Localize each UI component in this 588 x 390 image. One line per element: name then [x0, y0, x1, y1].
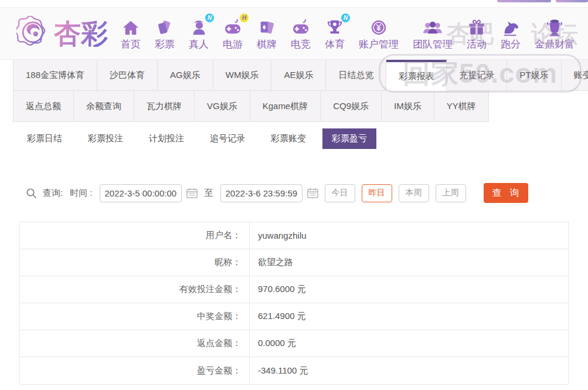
tab-yy-games[interactable]: YY棋牌 — [434, 91, 489, 122]
query-bar: 查询: 时间 : 至 今日 昨日 本周 上周 查 询 — [26, 183, 588, 203]
tab-account-change-report[interactable]: 账变报表 — [562, 60, 588, 91]
tab-wali-games[interactable]: 瓦力棋牌 — [134, 91, 195, 122]
coin-yuan-icon — [370, 16, 388, 36]
top-decor-bar — [556, 0, 588, 2]
top-strip — [0, 0, 588, 8]
nav-item-paofen[interactable]: 跑分 — [501, 16, 521, 51]
nav-item-lottery[interactable]: 彩票 — [155, 16, 175, 51]
subtab-lottery-profit-loss[interactable]: 彩票盈亏 — [322, 128, 376, 149]
row-label: 盈亏金额： — [20, 357, 250, 384]
row-label: 中奖金额： — [20, 303, 250, 330]
gift-icon — [468, 16, 485, 36]
nav-item-sports[interactable]: N 体育 — [325, 16, 345, 51]
start-datetime-input[interactable] — [100, 184, 182, 202]
site-logo[interactable]: 杏彩 — [16, 16, 108, 51]
subtab-plan-bets[interactable]: 计划投注 — [140, 128, 193, 149]
tab-row-1: 188金宝博体育 沙巴体育 AG娱乐 WM娱乐 AE娱乐 日结总览 彩票报表 充… — [0, 60, 588, 91]
calendar-icon[interactable] — [307, 188, 318, 198]
nav-item-slots[interactable]: H 电游 — [223, 16, 243, 51]
tab-ae[interactable]: AE娱乐 — [271, 60, 326, 91]
row-label: 昵称： — [20, 249, 250, 276]
subtab-lottery-daily[interactable]: 彩票日结 — [18, 128, 72, 149]
live-person-icon: N — [190, 16, 208, 36]
nav-item-home[interactable]: 首页 — [121, 16, 141, 51]
tab-row-2: 返点总额 余额查询 瓦力棋牌 VG娱乐 Kgame棋牌 CQ9娱乐 IM娱乐 Y… — [0, 91, 588, 122]
table-row-profit-loss-amount: 盈亏金额： -349.1100 元 — [20, 357, 568, 384]
row-value: 970.6000 元 — [250, 276, 568, 303]
tab-kgame[interactable]: Kgame棋牌 — [250, 91, 321, 122]
nav-item-account-management[interactable]: 账户管理 — [359, 16, 399, 51]
header: 杏彩 首页 彩票 N 真人 H 电游 — [0, 8, 588, 59]
quick-today-button[interactable]: 今日 — [325, 184, 355, 202]
tab-shaba-sports[interactable]: 沙巴体育 — [97, 60, 158, 91]
tab-ag[interactable]: AG娱乐 — [158, 60, 213, 91]
table-row-rebate-amount: 返点金额： 0.0000 元 — [20, 330, 568, 357]
query-label: 查询: — [43, 188, 63, 199]
tab-188jbb-sports[interactable]: 188金宝博体育 — [13, 60, 97, 91]
tab-pt[interactable]: PT娱乐 — [507, 60, 561, 91]
esports-gamepad-icon — [291, 16, 310, 36]
end-datetime-input[interactable] — [220, 184, 303, 202]
tab-im[interactable]: IM娱乐 — [382, 91, 434, 122]
new-badge: N — [341, 13, 350, 22]
wealth-cup-icon — [546, 16, 563, 36]
nav-item-team-management[interactable]: 团队管理 — [413, 16, 453, 51]
row-label: 用户名： — [20, 222, 250, 249]
row-value: 欲望之路 — [250, 249, 568, 276]
calendar-icon[interactable] — [186, 188, 198, 198]
table-row-username: 用户名： yuwangzhilu — [20, 222, 568, 249]
nav-item-board-games[interactable]: 棋牌 — [257, 16, 277, 51]
subtab-lottery-account-change[interactable]: 彩票账变 — [261, 128, 315, 149]
tab-balance-query[interactable]: 余额查询 — [74, 91, 134, 122]
time-label: 时间 : — [70, 188, 92, 199]
nav-item-esports[interactable]: 电竞 — [291, 16, 311, 51]
quick-last-week-button[interactable]: 上周 — [436, 184, 466, 202]
logo-brand-text: 杏彩 — [54, 20, 108, 47]
table-row-nickname: 昵称： 欲望之路 — [20, 249, 568, 276]
tab-deposit-withdraw-records[interactable]: 充提记录 — [447, 60, 507, 91]
row-label: 返点金额： — [20, 330, 250, 357]
gamepad-icon: H — [223, 16, 242, 36]
row-value: yuwangzhilu — [250, 222, 568, 249]
team-icon — [423, 16, 443, 36]
nav-item-live-casino[interactable]: N 真人 — [189, 16, 209, 51]
tab-vg[interactable]: VG娱乐 — [195, 91, 250, 122]
search-icon — [26, 188, 37, 199]
home-icon — [122, 16, 140, 36]
profit-loss-table: 用户名： yuwangzhilu 昵称： 欲望之路 有效投注金额： 970.60… — [19, 222, 569, 385]
tab-wm[interactable]: WM娱乐 — [213, 60, 272, 91]
cards-icon — [258, 16, 276, 36]
tab-lottery-report[interactable]: 彩票报表 — [386, 60, 447, 91]
tab-cq9[interactable]: CQ9娱乐 — [321, 91, 382, 122]
subtab-lottery-bets[interactable]: 彩票投注 — [79, 128, 132, 149]
subtab-chase-records[interactable]: 追号记录 — [200, 128, 254, 149]
quick-yesterday-button[interactable]: 昨日 — [362, 184, 392, 202]
top-decor-bar — [497, 0, 551, 2]
tab-daily-overview[interactable]: 日结总览 — [326, 60, 386, 91]
row-value: 621.4900 元 — [250, 303, 568, 330]
main-nav: 首页 彩票 N 真人 H 电游 棋牌 — [121, 16, 575, 51]
hot-badge: H — [240, 13, 249, 22]
trophy-icon: N — [326, 16, 344, 36]
horse-icon — [501, 16, 520, 36]
nav-item-golden-wealth[interactable]: 金鼎财富 — [535, 16, 575, 51]
quick-this-week-button[interactable]: 本周 — [399, 184, 429, 202]
row-label: 有效投注金额： — [20, 276, 250, 303]
lottery-subtabs: 彩票日结 彩票投注 计划投注 追号记录 彩票账变 彩票盈亏 — [0, 122, 588, 149]
tickets-icon — [156, 16, 174, 36]
row-value: -349.1100 元 — [250, 357, 568, 384]
new-badge: N — [205, 13, 214, 22]
to-label: 至 — [205, 188, 213, 199]
nav-item-promotions[interactable]: 活动 — [467, 16, 487, 51]
report-tabs: 188金宝博体育 沙巴体育 AG娱乐 WM娱乐 AE娱乐 日结总览 彩票报表 充… — [0, 59, 588, 122]
tab-rebate-total[interactable]: 返点总额 — [13, 91, 74, 122]
query-submit-button[interactable]: 查 询 — [484, 183, 528, 203]
table-row-winning-amount: 中奖金额： 621.4900 元 — [20, 303, 568, 330]
logo-emblem-icon — [16, 16, 49, 51]
row-value: 0.0000 元 — [250, 330, 568, 357]
table-row-valid-bet-amount: 有效投注金额： 970.6000 元 — [20, 276, 568, 303]
